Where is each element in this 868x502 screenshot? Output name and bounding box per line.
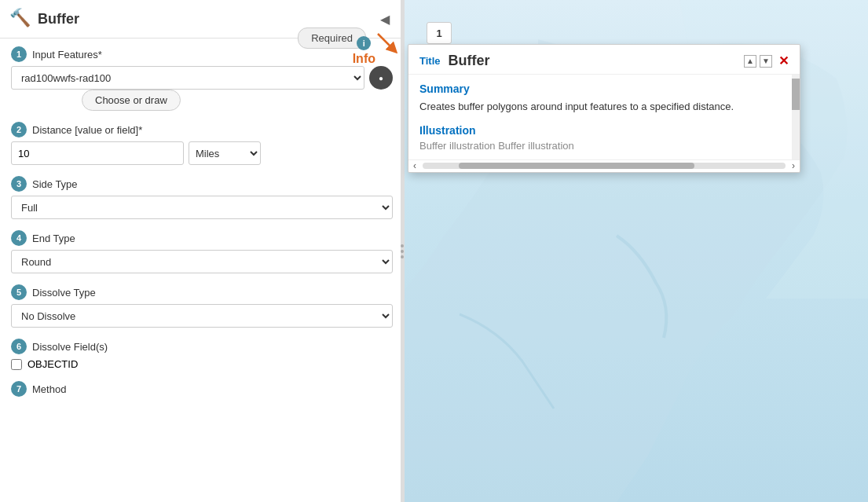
field3-num: 3 <box>11 176 27 192</box>
popup-title-label: Title <box>419 55 441 67</box>
tool-icon: 🔨 <box>9 8 31 30</box>
unit-select[interactable]: Miles Feet Kilometers Meters <box>189 141 261 165</box>
info-circle-icon[interactable]: i <box>357 36 371 50</box>
field1-label: 1 Input Features* <box>11 46 393 62</box>
field4-label: 4 End Type <box>11 230 393 246</box>
field-input-features: 1 Input Features* rad100wwfs-rad100 ● Ch… <box>11 46 393 111</box>
field5-label: 5 Dissolve Type <box>11 284 393 300</box>
map-tab[interactable]: 1 <box>427 22 452 44</box>
field-dissolve-type: 5 Dissolve Type No Dissolve Dissolve All… <box>11 284 393 328</box>
popup-scroll-down-button[interactable]: ▼ <box>760 55 772 68</box>
field5-title: Dissolve Type <box>32 287 96 299</box>
left-panel: 🔨 Buffer Required i Info ◀ 1 In <box>0 0 405 502</box>
input-features-dot-button[interactable]: ● <box>369 66 393 90</box>
field2-label: 2 Distance [value or field]* <box>11 122 393 137</box>
hscroll-thumb <box>459 163 694 169</box>
field6-num: 6 <box>11 339 27 354</box>
popup-horizontal-scrollbar: ‹ › <box>408 159 800 172</box>
dissolve-type-select[interactable]: No Dissolve Dissolve All Output Dissolve… <box>11 304 393 328</box>
field6-label: 6 Dissolve Field(s) <box>11 339 393 354</box>
popup-header: Title Buffer ▲ ▼ ✕ <box>408 45 800 75</box>
end-type-select[interactable]: Round Flat <box>11 250 393 273</box>
field4-num: 4 <box>11 230 27 246</box>
choose-or-draw-button[interactable]: Choose or draw <box>82 90 181 111</box>
dissolve-objectid-row: OBJECTID <box>11 358 393 370</box>
popup-summary-text: Creates buffer polygons around input fea… <box>419 99 789 115</box>
side-type-select[interactable]: Full Left Right Outside <box>11 196 393 219</box>
info-popup: Title Buffer ▲ ▼ ✕ Summary Creates buffe… <box>408 44 800 173</box>
field-distance: 2 Distance [value or field]* Miles Feet … <box>11 122 393 165</box>
objectid-checkbox[interactable] <box>11 359 22 370</box>
field2-num: 2 <box>11 122 27 137</box>
field3-label: 3 Side Type <box>11 176 393 192</box>
field2-input-row: Miles Feet Kilometers Meters <box>11 141 393 165</box>
map-tab-label: 1 <box>436 27 441 39</box>
info-area: i Info <box>353 36 375 66</box>
field7-label: 7 Method <box>11 381 393 397</box>
field4-title: End Type <box>32 233 75 244</box>
collapse-button[interactable]: ◀ <box>375 10 394 28</box>
popup-controls: ▲ ▼ ✕ <box>744 53 789 68</box>
field7-title: Method <box>32 383 66 395</box>
popup-scroll-up-button[interactable]: ▲ <box>744 55 756 68</box>
field5-num: 5 <box>11 284 27 300</box>
popup-body: Summary Creates buffer polygons around i… <box>408 75 800 159</box>
popup-illustration-heading: Illustration <box>419 124 789 137</box>
field2-title: Distance [value or field]* <box>32 124 142 136</box>
field1-input-row: rad100wwfs-rad100 ● <box>11 66 393 90</box>
popup-scrollbar-thumb <box>792 79 800 110</box>
field3-title: Side Type <box>32 178 78 190</box>
info-link[interactable]: Info <box>353 52 375 66</box>
hscroll-track <box>423 163 786 169</box>
form-body: 1 Input Features* rad100wwfs-rad100 ● Ch… <box>0 38 404 416</box>
field1-num: 1 <box>11 46 27 62</box>
popup-summary-heading: Summary <box>419 82 789 95</box>
popup-vertical-scrollbar[interactable] <box>792 75 800 159</box>
tool-title: Buffer <box>38 11 375 27</box>
popup-illustration-text: Buffer illustration Buffer illustration <box>419 140 789 152</box>
hscroll-left-button[interactable]: ‹ <box>408 160 421 171</box>
popup-title-value: Buffer <box>449 53 745 69</box>
tool-header: 🔨 Buffer Required i Info ◀ <box>0 0 404 38</box>
field-method: 7 Method <box>11 381 393 397</box>
choose-draw-label: Choose or draw <box>95 94 167 106</box>
input-features-select[interactable]: rad100wwfs-rad100 <box>11 66 364 90</box>
field-dissolve-fields: 6 Dissolve Field(s) OBJECTID <box>11 339 393 370</box>
objectid-label: OBJECTID <box>27 358 78 370</box>
field1-title: Input Features* <box>32 49 102 60</box>
field-end-type: 4 End Type Round Flat <box>11 230 393 273</box>
field7-num: 7 <box>11 381 27 397</box>
panel-separator <box>401 0 404 502</box>
hscroll-right-button[interactable]: › <box>787 160 800 171</box>
field-side-type: 3 Side Type Full Left Right Outside <box>11 176 393 219</box>
popup-close-button[interactable]: ✕ <box>778 53 789 68</box>
distance-input[interactable] <box>11 141 184 165</box>
required-label: Required <box>311 32 353 44</box>
field6-title: Dissolve Field(s) <box>32 341 108 353</box>
